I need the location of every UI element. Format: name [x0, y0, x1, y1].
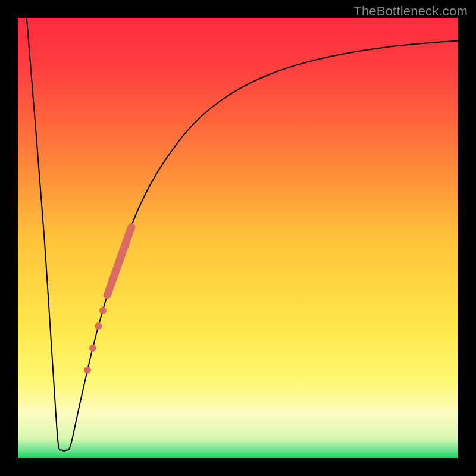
highlight-dot	[84, 367, 91, 374]
plot-area	[18, 18, 458, 458]
chart-svg	[18, 18, 458, 458]
watermark-text: TheBottleneck.com	[353, 4, 468, 19]
highlight-dot	[99, 307, 107, 314]
chart-frame: TheBottleneck.com	[0, 0, 476, 476]
highlight-dot	[95, 322, 102, 330]
highlight-dot	[89, 345, 96, 352]
gradient-background	[18, 18, 458, 458]
